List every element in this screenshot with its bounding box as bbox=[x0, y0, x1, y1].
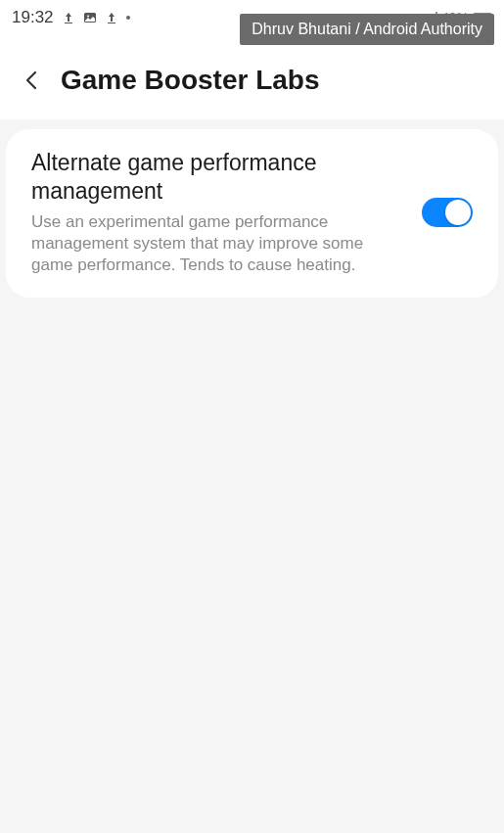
upload-icon bbox=[62, 11, 75, 24]
status-time: 19:32 bbox=[12, 8, 54, 27]
content-area: Alternate game performance management Us… bbox=[0, 119, 504, 307]
svg-point-1 bbox=[87, 16, 89, 18]
watermark-badge: Dhruv Bhutani / Android Authority bbox=[240, 14, 494, 45]
setting-text: Alternate game performance management Us… bbox=[31, 149, 406, 276]
chevron-left-icon bbox=[22, 69, 41, 92]
toggle-thumb bbox=[445, 200, 471, 225]
upload-icon-2 bbox=[105, 11, 118, 24]
setting-card-alternate-perf[interactable]: Alternate game performance management Us… bbox=[6, 129, 498, 298]
page-header: Game Booster Labs bbox=[0, 35, 504, 119]
setting-title: Alternate game performance management bbox=[31, 149, 406, 206]
image-icon bbox=[83, 11, 97, 24]
toggle-alternate-perf[interactable] bbox=[422, 198, 473, 227]
back-button[interactable] bbox=[18, 67, 45, 94]
status-left: 19:32 bbox=[12, 8, 130, 27]
setting-description: Use an experimental game performance man… bbox=[31, 211, 406, 276]
page-title: Game Booster Labs bbox=[61, 65, 320, 96]
status-dot-icon bbox=[126, 16, 130, 20]
